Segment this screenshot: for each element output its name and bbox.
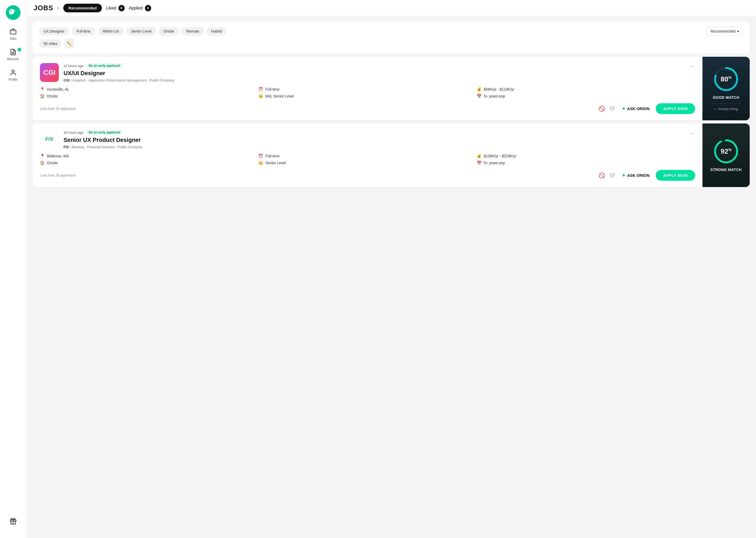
job-2-dislike-button[interactable]: 🚫 bbox=[598, 172, 605, 179]
job-1-company-info: CGI / Analytics · Application Performanc… bbox=[64, 78, 174, 82]
filter-distance[interactable]: 50 miles bbox=[39, 39, 62, 48]
filter-remote[interactable]: Remote bbox=[182, 27, 204, 35]
clock-icon-2: ⏰ bbox=[258, 154, 263, 158]
svg-point-2 bbox=[10, 10, 11, 12]
job-1-apply-button[interactable]: APPLY NOW bbox=[656, 103, 695, 114]
calendar-icon: 📅 bbox=[477, 94, 482, 98]
sidebar-item-profile[interactable]: Profile bbox=[0, 66, 26, 84]
job-2-actions: Less than 25 applicants 🚫 🤍 ✦ ASK ORION … bbox=[40, 170, 695, 181]
salary-icon: 💰 bbox=[477, 87, 482, 92]
building-icon: 🏠 bbox=[40, 94, 45, 98]
job-1-time: 12 hours ago bbox=[64, 64, 83, 68]
job-card-1: CGI 12 hours ago Be an early applicant U… bbox=[32, 57, 750, 120]
app-logo[interactable] bbox=[6, 5, 21, 20]
sidebar-item-resume[interactable]: ✓ Resume bbox=[0, 46, 26, 64]
job-2-details: 📍 Bellevue, WA ⏰ Full-time 💰 $136K/yr - … bbox=[40, 154, 695, 165]
check-icon: ✓ bbox=[714, 107, 717, 111]
job-card-1-top: CGI 12 hours ago Be an early applicant U… bbox=[40, 63, 695, 82]
job-2-experience: 📅 5+ years exp bbox=[477, 161, 695, 165]
job-1-employment: ⏰ Full-time bbox=[258, 87, 477, 92]
job-1-worktype: 🏠 Onsite bbox=[40, 94, 258, 98]
location-icon: 📍 bbox=[40, 87, 45, 92]
job-1-more-button[interactable]: ··· bbox=[688, 63, 695, 70]
job-2-header-info: 16 hours ago Be an early applicant Senio… bbox=[64, 130, 142, 149]
filter-fulltime[interactable]: Full-time bbox=[72, 27, 95, 35]
job-1-title[interactable]: UX/UI Designer bbox=[64, 70, 174, 77]
job-1-dislike-button[interactable]: 🚫 bbox=[598, 106, 605, 112]
page-title: JOBS bbox=[34, 4, 53, 12]
location-icon-2: 📍 bbox=[40, 154, 45, 158]
job-2-early-badge: Be an early applicant bbox=[86, 130, 123, 135]
job-2-match-panel: 92% STRONG MATCH bbox=[702, 124, 750, 187]
salary-icon-2: 💰 bbox=[477, 154, 482, 158]
job-2-worktype: 🏠 Onsite bbox=[40, 161, 258, 165]
breadcrumb-chevron: › bbox=[58, 5, 59, 11]
sort-dropdown[interactable]: Recommended ▾ bbox=[706, 27, 743, 36]
main-content: JOBS › Recommended Liked 0 Applied 0 UX … bbox=[26, 0, 756, 538]
liked-tab[interactable]: Liked 0 bbox=[106, 5, 124, 11]
job-2-applicants: Less than 25 applicants bbox=[40, 173, 76, 177]
svg-rect-3 bbox=[10, 30, 16, 34]
job-1-match-percent: 80% bbox=[721, 75, 731, 83]
applied-tab[interactable]: Applied 0 bbox=[129, 5, 151, 11]
job-2-more-button[interactable]: ··· bbox=[688, 130, 695, 136]
job-1-actively-hiring: ✓ Actively Hiring bbox=[714, 107, 738, 111]
job-1-like-button[interactable]: 🤍 bbox=[609, 106, 615, 112]
recommended-tab[interactable]: Recommended bbox=[63, 4, 102, 12]
job-1-match-circle: 80% bbox=[714, 67, 739, 92]
filter-ux-designer[interactable]: UX Designer bbox=[39, 27, 69, 35]
job-2-company-info: FIS / Banking · Financial Services · Pub… bbox=[64, 145, 142, 149]
job-2-location: 📍 Bellevue, WA bbox=[40, 154, 258, 158]
filter-distance-row: 50 miles ✏️ bbox=[39, 39, 743, 48]
job-2-apply-button[interactable]: APPLY NOW bbox=[656, 170, 695, 181]
orion-star-icon-2: ✦ bbox=[622, 173, 626, 178]
job-card-2: FIS 16 hours ago Be an early applicant S… bbox=[32, 124, 750, 187]
applied-count: 0 bbox=[145, 5, 151, 11]
sidebar-item-gift[interactable] bbox=[0, 515, 26, 527]
profile-icon bbox=[10, 69, 17, 76]
job-2-ask-orion-button[interactable]: ✦ ASK ORION bbox=[619, 171, 652, 180]
job-2-match-circle: 92% bbox=[714, 139, 739, 164]
job-2-title[interactable]: Senior UX Product Designer bbox=[64, 136, 142, 143]
building-icon-2: 🏠 bbox=[40, 161, 45, 165]
edit-filters-button[interactable]: ✏️ bbox=[65, 39, 74, 48]
briefcase-icon bbox=[10, 28, 17, 35]
calendar-icon-2: 📅 bbox=[477, 161, 482, 165]
sidebar: Jobs ✓ Resume Profile bbox=[0, 0, 26, 538]
top-header: JOBS › Recommended Liked 0 Applied 0 bbox=[26, 0, 756, 16]
job-1-salary: 💰 $56K/yr - $119K/yr bbox=[477, 87, 695, 92]
resume-badge: ✓ bbox=[18, 48, 21, 51]
job-2-match-label: STRONG MATCH bbox=[710, 168, 741, 172]
job-2-like-button[interactable]: 🤍 bbox=[609, 172, 615, 179]
job-card-1-top-left: CGI 12 hours ago Be an early applicant U… bbox=[40, 63, 174, 82]
liked-count: 0 bbox=[118, 5, 125, 11]
job-1-details: 📍 Huntsville, AL ⏰ Full-time 💰 $56K/yr -… bbox=[40, 87, 695, 98]
sidebar-item-jobs[interactable]: Jobs bbox=[0, 25, 26, 43]
job-1-match-panel: 80% GOOD MATCH ✓ Actively Hiring bbox=[702, 57, 750, 120]
sidebar-profile-label: Profile bbox=[8, 78, 17, 81]
job-card-2-main: FIS 16 hours ago Be an early applicant S… bbox=[32, 124, 702, 187]
filter-card: UX Designer Full-time Within US Senior L… bbox=[32, 22, 750, 54]
job-card-1-main: CGI 12 hours ago Be an early applicant U… bbox=[32, 57, 702, 120]
level-icon-2: 👑 bbox=[258, 161, 263, 165]
job-1-actions: Less than 25 applicants 🚫 🤍 ✦ ASK ORION … bbox=[40, 103, 695, 114]
job-2-employment: ⏰ Full-time bbox=[258, 154, 477, 158]
job-card-2-top: FIS 16 hours ago Be an early applicant S… bbox=[40, 130, 695, 149]
job-2-time: 16 hours ago bbox=[64, 131, 83, 134]
job-2-level: 👑 Senior Level bbox=[258, 161, 477, 165]
orion-star-icon: ✦ bbox=[622, 106, 626, 112]
job-2-salary: 💰 $136K/yr - $229K/yr bbox=[477, 154, 695, 158]
gift-icon bbox=[10, 517, 17, 525]
job-1-applicants: Less than 25 applicants bbox=[40, 107, 76, 111]
sidebar-resume-label: Resume bbox=[7, 57, 19, 61]
job-1-location: 📍 Huntsville, AL bbox=[40, 87, 258, 92]
job-1-ask-orion-button[interactable]: ✦ ASK ORION bbox=[619, 104, 652, 113]
level-icon: 👑 bbox=[258, 94, 263, 98]
filter-senior-level[interactable]: Senior Level bbox=[126, 27, 156, 35]
filter-tags-row: UX Designer Full-time Within US Senior L… bbox=[39, 27, 743, 36]
job-card-2-top-left: FIS 16 hours ago Be an early applicant S… bbox=[40, 130, 142, 149]
filter-onsite[interactable]: Onsite bbox=[159, 27, 179, 35]
filter-hybrid[interactable]: Hybrid bbox=[207, 27, 226, 35]
fis-logo: FIS bbox=[40, 130, 59, 149]
filter-within-us[interactable]: Within US bbox=[98, 27, 124, 35]
